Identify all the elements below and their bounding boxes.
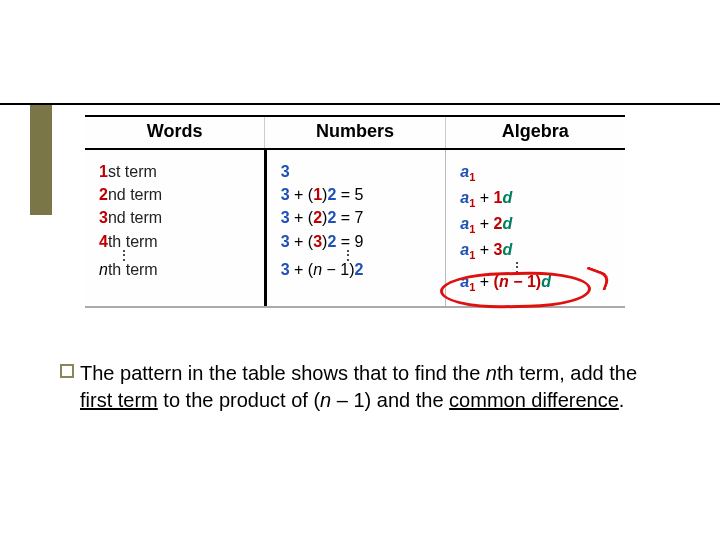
table-header-row: Words Numbers Algebra	[85, 117, 625, 150]
term-1: 1st term	[99, 160, 254, 183]
first-term-underline: first term	[80, 389, 158, 411]
accent-block	[30, 105, 52, 215]
table-body-row: 1st term 2nd term 3nd term 4th term ⋮ nt…	[85, 150, 625, 306]
words-column: 1st term 2nd term 3nd term 4th term ⋮ nt…	[85, 150, 267, 306]
header-words: Words	[85, 117, 265, 148]
header-numbers: Numbers	[265, 117, 445, 148]
num-row-n: 3 + (n − 1)2	[281, 258, 436, 281]
term-2: 2nd term	[99, 183, 254, 206]
horizontal-rule	[0, 103, 720, 105]
sequence-table: Words Numbers Algebra 1st term 2nd term …	[85, 115, 625, 308]
common-difference-underline: common difference	[449, 389, 619, 411]
header-algebra: Algebra	[446, 117, 625, 148]
num-row-1: 3	[281, 160, 436, 183]
slide-root: Words Numbers Algebra 1st term 2nd term …	[0, 0, 720, 540]
bullet-square-icon	[60, 364, 74, 378]
alg-row-n: a1 + (n − 1)d	[460, 270, 615, 296]
term-n: nth term	[99, 258, 254, 281]
caption-text: The pattern in the table shows that to f…	[80, 360, 640, 414]
numbers-column: 3 3 + (1)2 = 5 3 + (2)2 = 7 3 + (3)2 = 9…	[267, 150, 447, 306]
num-row-4: 3 + (3)2 = 9	[281, 230, 436, 253]
alg-row-2: a1 + 1d	[460, 186, 615, 212]
alg-row-3: a1 + 2d	[460, 212, 615, 238]
alg-row-4: a1 + 3d	[460, 238, 615, 264]
alg-row-1: a1	[460, 160, 615, 186]
num-row-2: 3 + (1)2 = 5	[281, 183, 436, 206]
num-row-3: 3 + (2)2 = 7	[281, 206, 436, 229]
algebra-column: a1 a1 + 1d a1 + 2d a1 + 3d ⋮ a1 + (n − 1…	[446, 150, 625, 306]
term-3: 3nd term	[99, 206, 254, 229]
